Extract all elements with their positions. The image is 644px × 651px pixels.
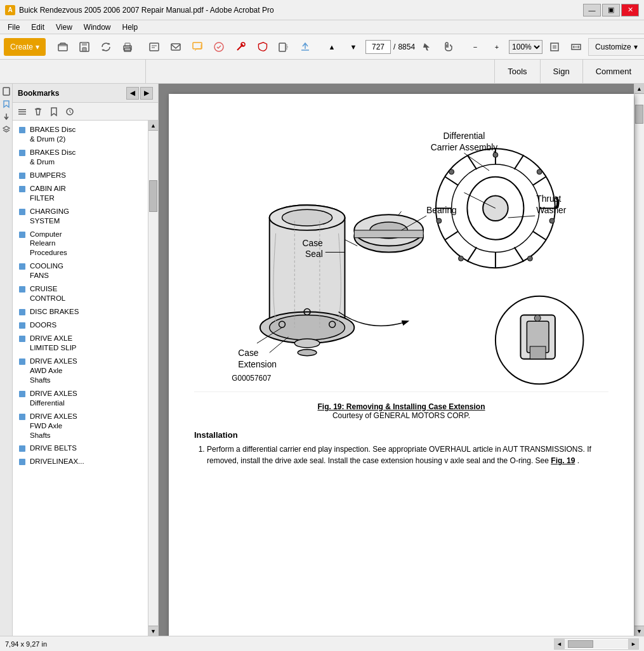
tab-sign[interactable]: Sign [540,60,582,83]
bookmark-item[interactable]: BRAKES Disc & Drum (2) [13,123,148,146]
page-number-input[interactable] [365,40,391,54]
create-button[interactable]: Create ▾ [4,38,46,56]
nav-tabs-bar: Tools Sign Comment [0,60,644,84]
restore-button[interactable]: ▣ [602,4,620,16]
layers-icon[interactable] [1,124,11,135]
attach-icon[interactable] [1,112,11,122]
bookmark-item[interactable]: COOLING FANS [13,260,148,282]
bookmark-item[interactable]: DISC BRAKES [13,305,148,319]
bookmark-label: BRAKES Disc & Drum (2) [30,125,76,144]
comment-button[interactable] [188,37,207,56]
menu-view[interactable]: View [51,22,77,33]
bookmark-item[interactable]: DRIVELINEAX... [13,455,148,468]
bookmarks-header-controls: ◀ ▶ [126,87,153,100]
bookmark-icon [18,390,27,398]
h-scrollbar[interactable]: ◄ ► [554,638,639,650]
h-scroll-thumb[interactable] [568,640,593,648]
scroll-track [148,131,158,626]
content-scroll-up[interactable]: ▲ [634,84,644,94]
status-bar-right: ◄ ► [554,638,639,650]
bookmarks-scrollbar[interactable]: ▲ ▼ [148,121,158,636]
page-total: 8854 [398,43,415,51]
print-button[interactable] [118,37,137,56]
annotate-button[interactable] [209,37,228,56]
save-button[interactable] [75,37,94,56]
export-button[interactable] [296,37,315,56]
h-scroll-right[interactable]: ► [628,639,638,649]
minimize-button[interactable]: — [583,4,601,16]
bookmark-item[interactable]: DRIVE BELTS [13,442,148,455]
bookmark-label: Computer Relearn Procedures [30,230,67,258]
tools1-button[interactable] [231,37,250,56]
tab-comment[interactable]: Comment [582,60,644,83]
bookmark-item[interactable]: CRUISE CONTROL [13,282,148,305]
bookmark-item[interactable]: CABIN AIR FILTER [13,182,148,205]
bookmark-item[interactable]: Computer Relearn Procedures [13,228,148,260]
prev-page-button[interactable]: ▲ [322,37,341,56]
h-scroll-left[interactable]: ◄ [555,639,565,649]
svg-text:Seal: Seal [305,249,323,259]
bookmark-item[interactable]: CHARGING SYSTEM [13,205,148,228]
delete-bookmark-button[interactable] [31,105,45,119]
bookmark-menu-button[interactable] [15,105,29,119]
page-icon[interactable] [1,86,11,96]
mail-button[interactable] [166,37,185,56]
tab-tools[interactable]: Tools [494,60,539,83]
menu-window[interactable]: Window [79,22,116,33]
bookmark-icon [18,444,27,453]
bookmark-item[interactable]: DRIVE AXLES FWD Axle Shafts [13,410,148,442]
pdf-page: Differential Carrier Assembly Thrust Was… [169,94,634,636]
sync-button[interactable] [96,37,115,56]
bookmark-icon [18,334,27,343]
content-scrollbar[interactable]: ▲ ▼ [634,84,644,636]
pointer-tool[interactable] [417,37,437,56]
customize-button[interactable]: Customize ▾ [588,38,644,56]
protect-button[interactable] [253,37,272,56]
scroll-thumb[interactable] [149,180,157,212]
svg-rect-2 [82,43,87,46]
svg-rect-8 [150,43,159,51]
svg-text:Case: Case [238,348,259,358]
close-button[interactable]: ✕ [621,4,639,16]
hand-tool[interactable] [439,37,458,56]
bookmark-item[interactable]: BUMPERS [13,169,148,182]
new-bookmark-button[interactable] [47,105,61,119]
step-text: Perform a differential carrier end play … [207,445,591,465]
bookmark-item[interactable]: BRAKES Disc & Drum [13,146,148,169]
bookmark-icon [18,457,27,466]
bookmark-item[interactable]: DRIVE AXLE LIMITED SLIP [13,332,148,355]
content-scroll-thumb[interactable] [635,105,643,124]
next-page-button[interactable]: ▼ [344,37,363,56]
fit-page-button[interactable] [545,37,564,56]
menu-file[interactable]: File [3,22,25,33]
properties-bookmark-button[interactable] [63,105,77,119]
svg-point-44 [282,209,332,226]
create-arrow-icon: ▾ [36,43,39,51]
content-scroll-down[interactable]: ▼ [634,626,644,636]
zoom-out-button[interactable]: − [466,37,485,56]
bookmark-item[interactable]: DRIVE AXLES Differential [13,387,148,410]
bookmark-side-icon[interactable] [1,99,11,109]
bookmark-item[interactable]: DOORS [13,319,148,332]
bookmark-item[interactable]: DRIVE AXLES AWD Axle Shafts [13,355,148,387]
review-button[interactable] [145,37,164,56]
bookmark-label: BUMPERS [30,171,66,180]
zoom-in-button[interactable]: + [487,37,506,56]
menu-help[interactable]: Help [117,22,143,33]
menu-edit[interactable]: Edit [26,22,49,33]
ocr-button[interactable] [274,37,293,56]
collapse-panel-button[interactable]: ◀ [126,87,139,100]
svg-rect-9 [171,44,180,50]
fig19-link[interactable]: Fig. 19 [551,456,575,465]
scroll-up-button[interactable]: ▲ [148,121,158,131]
fit-width-button[interactable] [567,37,586,56]
open-button[interactable] [53,37,72,56]
expand-panel-button[interactable]: ▶ [140,87,153,100]
zoom-select[interactable]: 100% 75% 125% 150% [509,40,542,54]
app-icon: A [5,5,15,15]
svg-point-29 [527,256,532,261]
bookmark-label: CABIN AIR FILTER [30,184,66,203]
scroll-down-button[interactable]: ▼ [148,626,158,636]
create-label: Create [10,43,33,51]
figure-caption-title: Fig. 19: Removing & Installing Case Exte… [317,402,485,411]
